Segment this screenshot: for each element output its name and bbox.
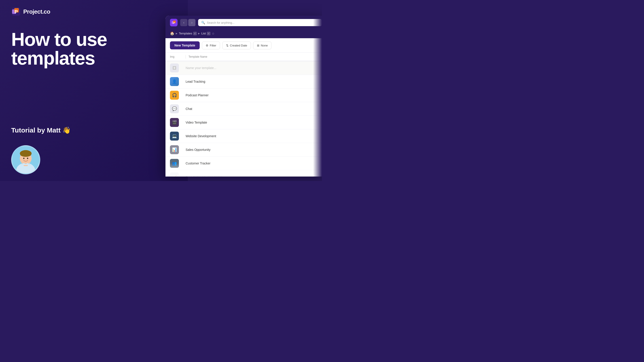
podcast-planner-thumb: 🎧 [170,91,179,100]
svg-point-13 [27,158,28,159]
filter-icon: ⚙ [206,44,208,47]
svg-point-12 [23,158,24,159]
table-row[interactable]: 🎧 Podcast Planner [166,88,322,102]
sort-button[interactable]: ⇅ Created Date [222,41,251,49]
meeting-notes-thumb: 📝 [170,173,179,177]
row-img-video: 🎬 [170,118,186,127]
row-img-meeting: 📝 [170,173,186,177]
video-template-thumb: 🎬 [170,118,179,127]
toolbar: New Template ⚙ Filter ⇅ Created Date ⊞ N… [166,38,322,53]
table-row[interactable]: 👤 Lead Tracking [166,75,322,88]
table-row[interactable]: 📝 Take Better Meeting Notes [166,170,322,177]
chat-thumb: 💬 [170,104,179,113]
table-row[interactable]: 🎬 Video Template [166,116,322,129]
table-row-new[interactable]: Name your template... [166,61,322,75]
table-row[interactable]: 💬 Chat [166,102,322,116]
video-template-name: Video Template [186,121,322,124]
group-button[interactable]: ⊞ None [253,41,272,49]
table-body: Name your template... 👤 Lead Tracking 🎧 … [166,61,322,177]
favorite-star-icon[interactable]: ☆ [212,32,215,35]
row-img-lead: 👤 [170,77,186,86]
group-label: None [261,44,268,47]
row-img-website: 💻 [170,132,186,141]
new-template-name-placeholder[interactable]: Name your template... [186,66,322,70]
breadcrumb-templates[interactable]: Templates ✓ [179,32,197,35]
left-panel: P Project.co How to use templates Tutori… [0,0,188,181]
list-check: ✓ [207,32,210,35]
breadcrumb-list-label: List [201,32,206,35]
group-icon: ⊞ [257,44,260,47]
avatar-area [11,145,177,174]
home-icon[interactable]: 🏠 [170,31,174,35]
podcast-planner-name: Podcast Planner [186,93,322,97]
app-window: P ‹ › 🔍 Search for anything... 🏠 ▶ Templ… [166,16,322,177]
filter-button[interactable]: ⚙ Filter [202,41,220,49]
sales-opportunity-name: Sales Opportunity [186,148,322,151]
svg-point-11 [20,153,31,157]
customer-tracker-name: Customer Tracker [186,162,322,165]
search-icon: 🔍 [201,21,205,24]
new-template-button[interactable]: New Template [170,41,200,49]
table-row[interactable]: 💻 Website Development [166,129,322,143]
row-img-podcast: 🎧 [170,91,186,100]
back-button[interactable]: ‹ [180,19,188,26]
filter-label: Filter [210,44,216,47]
new-template-thumb [170,63,179,72]
website-dev-name: Website Development [186,134,322,138]
sales-opportunity-thumb: 📊 [170,145,179,154]
breadcrumb-list[interactable]: List ✓ [201,32,210,35]
svg-text:P: P [173,22,175,24]
col-img-header: Img [170,55,186,58]
lead-tracking-thumb: 👤 [170,77,179,86]
avatar-image [12,146,39,173]
table-row[interactable]: 📊 Sales Opportunity [166,143,322,157]
breadcrumb: 🏠 ▶ Templates ✓ ▶ List ✓ ☆ [166,29,322,38]
breadcrumb-templates-label: Templates [179,32,192,35]
search-placeholder: Search for anything... [207,21,234,24]
customer-tracker-thumb: 👥 [170,159,179,168]
row-img-sales: 📊 [170,145,186,154]
sort-icon: ⇅ [226,44,228,47]
sort-label: Created Date [230,44,247,47]
lead-tracking-name: Lead Tracking [186,80,322,83]
app-logo: P [170,19,178,26]
table-row[interactable]: 👥 Customer Tracker [166,157,322,170]
forward-button[interactable]: › [188,19,196,26]
main-title: How to use templates [11,30,177,120]
col-name-header: Template Name [188,55,207,58]
logo-area: P Project.co [11,7,177,16]
subtitle: Tutorial by Matt 👋 [11,126,177,134]
new-row-img [170,63,186,72]
svg-text:P: P [14,9,18,14]
avatar [11,145,40,174]
row-img-chat: 💬 [170,104,186,113]
breadcrumb-arrow-1: ▶ [176,32,178,35]
brand-logo-icon: P [11,7,21,16]
templates-check: ✓ [193,32,197,35]
brand-name: Project.co [23,8,50,15]
meeting-notes-name: Take Better Meeting Notes [186,175,322,177]
breadcrumb-arrow-2: ▶ [198,32,200,35]
nav-buttons: ‹ › [180,19,196,26]
chat-name: Chat [186,107,322,111]
table-header: Img Template Name [166,53,322,61]
col-divider [186,55,186,58]
search-bar[interactable]: 🔍 Search for anything... [198,19,322,26]
app-header: P ‹ › 🔍 Search for anything... [166,16,322,29]
row-img-customer: 👥 [170,159,186,168]
website-dev-thumb: 💻 [170,132,179,141]
